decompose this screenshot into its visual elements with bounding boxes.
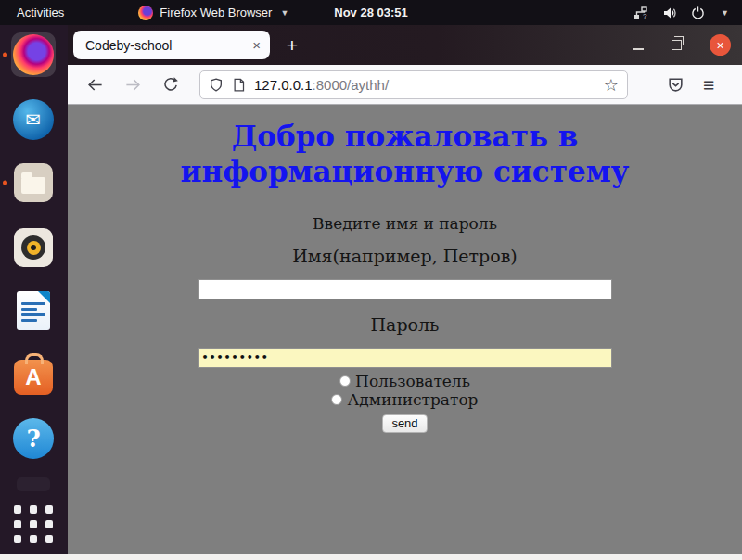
tab-bar: Codeby-school × + × xyxy=(68,25,742,65)
bookmark-star-icon[interactable]: ☆ xyxy=(604,75,619,95)
close-window-icon[interactable]: × xyxy=(710,34,731,56)
firefox-icon xyxy=(138,6,153,20)
page-info-icon[interactable] xyxy=(232,77,246,93)
new-tab-button[interactable]: + xyxy=(279,32,305,58)
app-grid-icon xyxy=(14,505,53,543)
url-text: 127.0.0.1:8000/aythh/ xyxy=(254,77,389,93)
dock-item-files[interactable] xyxy=(11,160,56,205)
rhythmbox-icon xyxy=(14,228,53,267)
tab-close-icon[interactable]: × xyxy=(252,37,261,53)
window-controls: × xyxy=(633,25,731,65)
role-option-admin[interactable]: Администратор xyxy=(68,392,742,408)
send-button[interactable]: send xyxy=(382,414,427,433)
role-option-user[interactable]: Пользователь xyxy=(68,374,742,389)
forward-button[interactable] xyxy=(124,76,142,94)
nav-toolbar: 127.0.0.1:8000/aythh/ ☆ ≡ xyxy=(68,65,742,105)
help-icon: ? xyxy=(13,418,54,459)
ubuntu-software-icon: A xyxy=(14,360,53,395)
libreoffice-writer-icon xyxy=(17,291,50,330)
radio-user-label: Пользователь xyxy=(355,372,470,390)
page-content: Добро пожаловать в информационную систем… xyxy=(68,105,742,554)
running-indicator xyxy=(3,181,7,185)
dock-item-firefox[interactable] xyxy=(11,32,56,77)
network-icon: ? xyxy=(633,6,648,20)
back-button[interactable] xyxy=(86,76,104,94)
system-menu-chevron-icon: ▼ xyxy=(721,8,729,18)
minimize-icon[interactable] xyxy=(633,48,644,50)
dock-item-thunderbird[interactable]: ✉ xyxy=(11,97,56,142)
trash-icon xyxy=(17,477,50,491)
svg-text:?: ? xyxy=(643,12,647,20)
name-label: Имя(например, Петров) xyxy=(68,246,742,266)
app-menu-label: Firefox Web Browser xyxy=(160,6,272,19)
running-indicator xyxy=(3,53,7,57)
url-path: :8000/aythh/ xyxy=(313,77,390,93)
files-icon xyxy=(14,163,53,202)
radio-user[interactable] xyxy=(339,375,351,387)
bottom-edge-strip xyxy=(0,554,742,560)
dock-item-trash[interactable] xyxy=(11,474,56,494)
clock[interactable]: Nov 28 03:51 xyxy=(0,6,742,19)
dock-item-rhythmbox[interactable] xyxy=(11,225,56,270)
chevron-down-icon: ▼ xyxy=(280,8,288,18)
volume-icon xyxy=(662,6,677,20)
activities-button[interactable]: Activities xyxy=(17,6,64,19)
app-menu-button[interactable]: Firefox Web Browser ▼ xyxy=(138,6,288,20)
restore-icon[interactable] xyxy=(672,40,682,50)
intro-text: Введите имя и пароль xyxy=(68,214,742,233)
firefox-icon xyxy=(13,34,54,75)
page-title: Добро пожаловать в информационную систем… xyxy=(146,120,665,190)
radio-admin[interactable] xyxy=(331,394,342,405)
dock: ✉ A ? xyxy=(0,25,68,554)
dock-item-libreoffice-writer[interactable] xyxy=(11,288,56,333)
dock-item-app-grid[interactable] xyxy=(11,502,56,546)
radio-admin-label: Администратор xyxy=(347,390,478,409)
password-label: Пароль xyxy=(68,314,742,335)
shield-icon[interactable] xyxy=(209,77,224,93)
tab-codeby-school[interactable]: Codeby-school × xyxy=(73,31,270,59)
url-bar[interactable]: 127.0.0.1:8000/aythh/ ☆ xyxy=(199,70,628,99)
gnome-top-bar: Activities Firefox Web Browser ▼ Nov 28 … xyxy=(0,0,742,25)
tab-title: Codeby-school xyxy=(85,38,247,53)
reload-button[interactable] xyxy=(162,76,179,93)
screen: Activities Firefox Web Browser ▼ Nov 28 … xyxy=(0,0,742,560)
thunderbird-icon: ✉ xyxy=(13,99,54,140)
dock-item-help[interactable]: ? xyxy=(11,416,56,461)
power-icon xyxy=(691,6,705,19)
url-host: 127.0.0.1 xyxy=(254,77,313,93)
dock-item-ubuntu-software[interactable]: A xyxy=(11,352,56,397)
pocket-icon[interactable] xyxy=(667,76,684,94)
password-input[interactable] xyxy=(198,348,612,368)
name-input[interactable] xyxy=(198,279,612,299)
menu-icon[interactable]: ≡ xyxy=(703,75,714,95)
system-status-area[interactable]: ? ▼ xyxy=(633,6,729,20)
